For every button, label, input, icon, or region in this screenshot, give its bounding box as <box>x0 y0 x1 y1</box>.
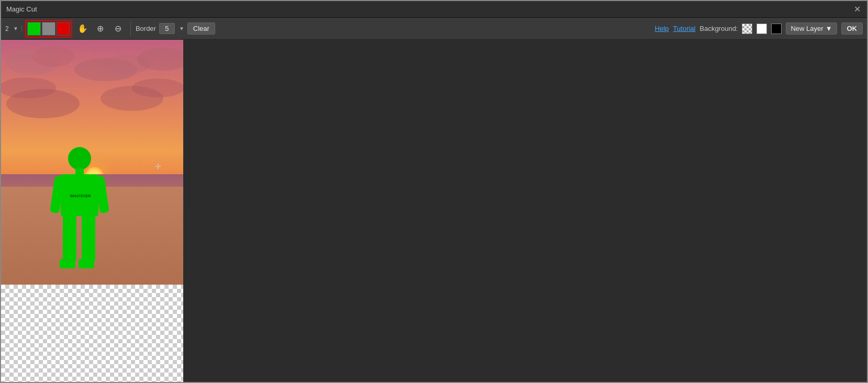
app-title: Magic Cut <box>6 5 37 13</box>
new-layer-dropdown[interactable]: New Layer ▼ <box>786 22 837 35</box>
red-swatch[interactable] <box>57 22 70 36</box>
bg-white-swatch[interactable] <box>756 24 767 34</box>
border-input[interactable] <box>159 23 175 34</box>
green-swatch[interactable] <box>27 22 41 36</box>
background-label: Background: <box>699 25 738 32</box>
main-area: WHATEVER ✛ WHATEVER <box>1 40 867 383</box>
border-arrow[interactable]: ▼ <box>179 26 184 31</box>
hand-tool[interactable]: ✋ <box>75 21 90 36</box>
tutorial-link[interactable]: Tutorial <box>673 25 696 32</box>
bg-checker-swatch[interactable] <box>742 24 752 34</box>
brush-size-group: 2 ▼ <box>5 25 22 32</box>
green-person: WHATEVER <box>48 147 111 273</box>
clear-button[interactable]: Clear <box>187 22 215 35</box>
zoom-out-button[interactable]: ⊖ <box>111 21 126 36</box>
brush-size-arrow[interactable]: ▼ <box>13 26 18 31</box>
toolbar: 2 ▼ ✋ ⊕ ⊖ Border ▼ Clear Help Tutorial B… <box>1 18 867 40</box>
color-swatch-group <box>25 20 72 38</box>
border-label: Border <box>136 25 156 32</box>
transparent-background: WHATEVER <box>1 285 183 383</box>
zoom-in-button[interactable]: ⊕ <box>93 21 108 36</box>
ok-button[interactable]: OK <box>841 22 863 35</box>
new-layer-arrow: ▼ <box>826 25 832 32</box>
source-image-panel[interactable]: WHATEVER ✛ <box>1 40 183 285</box>
divider <box>130 21 131 36</box>
result-image-panel: WHATEVER <box>1 285 183 383</box>
titlebar: Magic Cut ✕ <box>1 1 867 18</box>
new-layer-label: New Layer <box>791 25 823 32</box>
close-button[interactable]: ✕ <box>852 5 862 14</box>
gray-swatch[interactable] <box>42 22 55 36</box>
help-link[interactable]: Help <box>655 25 669 32</box>
toolbar-right: Help Tutorial Background: New Layer ▼ OK <box>655 22 863 35</box>
bg-black-swatch[interactable] <box>771 24 782 34</box>
brush-size-value: 2 <box>5 25 12 32</box>
beach-scene: WHATEVER ✛ <box>1 40 183 285</box>
